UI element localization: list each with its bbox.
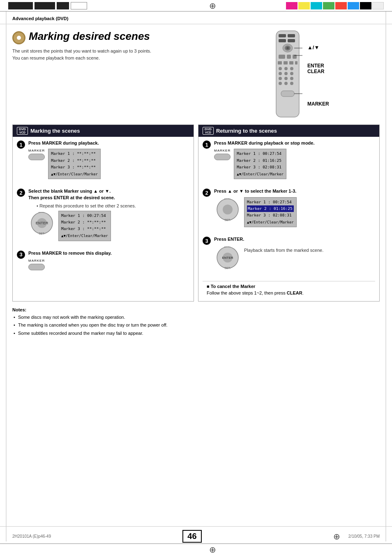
page-border-right	[385, 12, 386, 541]
ret-step-1-layout: MARKER Marker 1 : 00:27:54 Marker 2 : 01…	[214, 149, 375, 179]
returning-section-content: 1 Press MARKER during playback or stop m…	[198, 137, 379, 301]
screen-2-footer: ▲▼/Enter/Clear/Marker	[61, 233, 108, 239]
page-border-left	[6, 12, 7, 541]
ret-step-2-number: 2	[203, 189, 211, 197]
returning-step-1: 1 Press MARKER during playback or stop m…	[203, 140, 375, 183]
step-1-layout: MARKER Marker 1 : **:**:** Marker 2 : **…	[28, 149, 189, 179]
returning-section: DVD VCD Returning to the scenes 1 Press …	[198, 124, 380, 302]
svg-rect-3	[279, 39, 286, 42]
notes-section: Notes: Some discs may not work with the …	[12, 307, 380, 337]
marker-text-1: MARKER	[28, 149, 45, 152]
color-block-red	[335, 2, 347, 9]
svg-rect-10	[293, 55, 297, 59]
marker-button-1	[28, 154, 45, 160]
svg-text:SET-: SET-	[224, 267, 231, 269]
svg-point-18	[279, 72, 282, 75]
svg-point-26	[290, 82, 293, 85]
ret-step-2-layout: SET+ SET- Marker 1 : 00:27:54 Marker 2 :…	[214, 197, 375, 228]
svg-text:ENTER: ENTER	[222, 256, 233, 260]
color-block-blue	[348, 2, 359, 9]
svg-rect-8	[279, 55, 285, 59]
note-item-2: The marking is canceled when you open th…	[12, 322, 380, 329]
marking-section-title: Marking the scenes	[30, 128, 80, 134]
note-item-3: Some subtitles recorded around the marke…	[12, 330, 380, 337]
black-block-2	[35, 2, 55, 9]
svg-rect-9	[287, 55, 291, 59]
svg-point-21	[279, 77, 282, 80]
ret-step-3-layout: SET+ ENTER SET- Playback starts from the…	[214, 245, 375, 272]
returning-section-title: Returning to the scenes	[216, 128, 277, 134]
page-header: Advanced playback (DVD)	[0, 12, 392, 24]
bottom-bar-center: ⊕	[156, 544, 269, 555]
cancel-text: Follow the above steps 1~2, then press C…	[207, 290, 371, 295]
clear-bold: CLEAR	[287, 290, 302, 295]
step-3-content: Press MARKER to remove this display. MAR…	[28, 250, 189, 270]
cancel-title: ■ To cancel the Marker	[207, 284, 371, 289]
top-bar-right	[269, 0, 392, 11]
title-section: Marking desired scenes The unit stores t…	[12, 30, 380, 120]
svg-point-19	[284, 72, 288, 75]
control-pad-container-r2: SET+ SET-	[214, 197, 241, 224]
marking-step-1: 1 Press MARKER during playback. MARKER M…	[17, 140, 189, 183]
title-left: Marking desired scenes The unit stores t…	[12, 30, 261, 61]
step-1-screen: Marker 1 : **:**:** Marker 2 : **:**:** …	[48, 149, 101, 179]
svg-point-17	[290, 67, 293, 70]
page-title: Marking desired scenes	[29, 30, 150, 43]
svg-point-20	[290, 72, 293, 75]
step-1-number: 1	[17, 140, 25, 149]
step-2-number: 2	[17, 189, 25, 197]
footer-crosshair-icon: ⊕	[333, 532, 340, 541]
marker-btn-col-r1: MARKER	[214, 149, 231, 160]
svg-text:SET-: SET-	[39, 232, 45, 235]
bottom-crosshair-icon: ⊕	[209, 545, 216, 555]
svg-point-22	[284, 77, 288, 80]
ret-screen-2-line3: Marker 3 : 02:08:31	[247, 212, 294, 219]
returning-section-header: DVD VCD Returning to the scenes	[198, 125, 379, 137]
screen-1-footer: ▲▼/Enter/Clear/Marker	[51, 171, 98, 177]
footer-right-area: ⊕ 2/10/05, 7:33 PM	[333, 532, 380, 541]
screen-1-line2: Marker 2 : **:**:**	[51, 157, 98, 164]
marking-section-content: 1 Press MARKER during playback. MARKER M…	[13, 137, 194, 279]
ret-screen-1-line3: Marker 3 : 02:08:31	[237, 164, 284, 170]
ret-screen-2-footer: ▲▼/Enter/Clear/Marker	[247, 219, 294, 226]
ret-step-1-title: Press MARKER during playback or stop mod…	[214, 140, 375, 146]
returning-step-3: 3 Press ENTER. SET+ ENTER	[203, 236, 375, 276]
svg-point-38	[223, 205, 233, 214]
page-footer: 2H20101A (E)p46-49 46 ⊕ 2/10/05, 7:33 PM	[0, 526, 392, 543]
ret-step-2-screen: Marker 1 : 00:27:54 Marker 2 : 01:16:25 …	[244, 197, 297, 228]
dvd-vcd-badge-right: DVD VCD	[203, 127, 214, 135]
svg-point-15	[279, 67, 282, 70]
screen-2-line1: Marker 1 : 00:27:54	[61, 212, 108, 219]
crosshair-icon: ⊕	[209, 1, 216, 11]
bottom-bar-right	[269, 544, 392, 555]
control-pad-container-2: SET+ ENTER SET-	[28, 211, 55, 237]
black-block-1	[8, 2, 33, 9]
header-title: Advanced playback (DVD)	[12, 16, 68, 21]
color-block-cyan	[311, 2, 322, 9]
step-2-bullet: • Repeat this procedure to set the other…	[37, 203, 189, 208]
remote-control-image	[273, 30, 302, 120]
svg-rect-12	[284, 61, 288, 64]
svg-rect-27	[281, 91, 294, 97]
marking-section-header: DVD VCD Marking the scenes	[13, 125, 194, 137]
remote-diagram-area: ▲/▼ ENTER CLEAR MARKER	[273, 30, 380, 120]
svg-point-16	[284, 67, 288, 70]
step-1-title: Press MARKER during playback.	[28, 140, 189, 146]
step-1-content: Press MARKER during playback. MARKER Mar…	[28, 140, 189, 183]
remote-svg	[273, 30, 302, 120]
control-pad-svg-2: SET+ ENTER SET-	[30, 211, 54, 237]
title-row: Marking desired scenes	[12, 30, 261, 45]
disc-icon	[12, 31, 25, 44]
step-3-number: 3	[17, 251, 25, 259]
top-decorative-bar: ⊕	[0, 0, 392, 12]
svg-text:SET-: SET-	[224, 219, 231, 221]
svg-rect-11	[278, 61, 282, 64]
ret-step-3-title: Press ENTER.	[214, 236, 375, 242]
svg-text:ENTER: ENTER	[35, 221, 48, 225]
step-3-title: Press MARKER to remove this display.	[28, 250, 189, 256]
marker-btn-col-1: MARKER	[28, 149, 45, 160]
enter-pad-container: SET+ ENTER SET-	[214, 245, 241, 272]
ret-screen-2-line2-hl: Marker 2 : 01:16:25	[247, 205, 294, 212]
marker-text-r1: MARKER	[214, 149, 231, 152]
color-block-magenta	[286, 2, 297, 9]
